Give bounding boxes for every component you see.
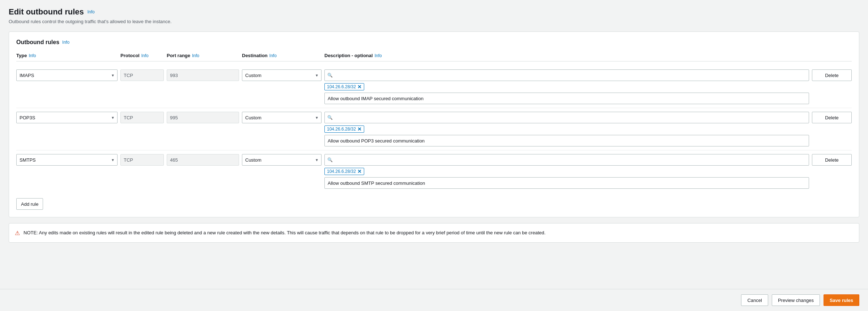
destination-cell-2: Custom ▼ [242,154,322,166]
type-cell-2: SMTPS ▼ [16,154,118,166]
table-header: Type Info Protocol Info Port range Info … [16,53,852,61]
description-input-1[interactable] [324,135,809,146]
search-input-2[interactable] [324,154,809,166]
col-protocol: Protocol Info [120,53,164,58]
protocol-input-2 [120,154,164,166]
search-wrapper-1: 🔍 [324,112,809,123]
cancel-button[interactable]: Cancel [741,294,768,306]
description-input-0[interactable] [324,93,809,104]
destination-select-0[interactable]: Custom [242,69,322,81]
outbound-rules-panel: Outbound rules Info Type Info Protocol I… [9,31,859,217]
page-title-info-link[interactable]: Info [88,9,95,14]
col-action [812,53,852,58]
panel-info-link[interactable]: Info [62,40,69,45]
cidr-tag-1: 104.26.6.28/32 ✕ [324,125,364,133]
description-input-2[interactable] [324,177,809,189]
protocol-input-0 [120,69,164,81]
destination-cell-0: Custom ▼ [242,69,322,81]
search-wrapper-0: 🔍 [324,69,809,81]
type-select-1[interactable]: POP3S [16,112,118,123]
destination-select-wrapper-0: Custom ▼ [242,69,322,81]
cidr-tag-0: 104.26.6.28/32 ✕ [324,83,364,90]
col-port-range: Port range Info [167,53,239,58]
col-type-info[interactable]: Info [29,53,36,58]
preview-changes-button[interactable]: Preview changes [772,294,820,306]
destination-select-wrapper-2: Custom ▼ [242,154,322,166]
port-range-input-2 [167,154,239,166]
destination-select-wrapper-1: Custom ▼ [242,112,322,123]
col-description-info[interactable]: Info [375,53,382,58]
search-wrapper-2: 🔍 [324,154,809,166]
destination-search-col-2: 🔍 104.26.6.28/32 ✕ [324,154,809,189]
page-title-row: Edit outbound rules Info [9,7,859,17]
warning-icon: ⚠ [15,230,20,237]
panel-title-row: Outbound rules Info [16,39,852,46]
rules-container: IMAPS ▼ Custom ▼ 🔍 [16,66,852,192]
cidr-tag-2: 104.26.6.28/32 ✕ [324,168,364,175]
rule-row: POP3S ▼ Custom ▼ 🔍 [16,108,852,150]
rule-row: IMAPS ▼ Custom ▼ 🔍 [16,66,852,108]
save-rules-button[interactable]: Save rules [824,294,859,306]
protocol-input-1 [120,112,164,123]
port-range-input-1 [167,112,239,123]
col-protocol-info[interactable]: Info [141,53,149,58]
destination-cell-1: Custom ▼ [242,112,322,123]
destination-select-row-2: Custom ▼ [242,154,322,166]
cidr-value-1: 104.26.6.28/32 [327,127,356,132]
col-description: Description - optional Info [324,53,809,58]
page-title: Edit outbound rules [9,7,84,17]
col-destination: Destination Info [242,53,322,58]
destination-select-1[interactable]: Custom [242,112,322,123]
search-input-0[interactable] [324,69,809,81]
cidr-remove-1[interactable]: ✕ [357,127,362,132]
cidr-value-0: 104.26.6.28/32 [327,84,356,89]
search-input-1[interactable] [324,112,809,123]
page-wrapper: Edit outbound rules Info Outbound rules … [0,0,868,311]
note-panel: ⚠ NOTE: Any edits made on existing rules… [9,223,859,243]
destination-select-row-1: Custom ▼ [242,112,322,123]
delete-button-0[interactable]: Delete [812,69,852,81]
type-cell-1: POP3S ▼ [16,112,118,123]
type-select-0[interactable]: IMAPS [16,69,118,81]
type-cell-0: IMAPS ▼ [16,69,118,81]
cidr-remove-2[interactable]: ✕ [357,169,362,174]
main-content: Edit outbound rules Info Outbound rules … [0,0,868,289]
add-rule-button[interactable]: Add rule [16,198,43,210]
col-port-info[interactable]: Info [192,53,199,58]
col-destination-info[interactable]: Info [269,53,277,58]
destination-select-row-0: Custom ▼ [242,69,322,81]
type-select-2[interactable]: SMTPS [16,154,118,166]
page-subtitle: Outbound rules control the outgoing traf… [9,19,859,24]
footer: Cancel Preview changes Save rules [0,289,868,311]
cidr-value-2: 104.26.6.28/32 [327,169,356,174]
delete-button-1[interactable]: Delete [812,112,852,123]
destination-search-col-1: 🔍 104.26.6.28/32 ✕ [324,112,809,146]
destination-select-2[interactable]: Custom [242,154,322,166]
port-range-input-0 [167,69,239,81]
destination-search-col-0: 🔍 104.26.6.28/32 ✕ [324,69,809,104]
delete-button-2[interactable]: Delete [812,154,852,166]
panel-title: Outbound rules [16,39,59,46]
rule-row: SMTPS ▼ Custom ▼ 🔍 [16,150,852,192]
cidr-remove-0[interactable]: ✕ [357,84,362,89]
col-type: Type Info [16,53,118,58]
note-text: NOTE: Any edits made on existing rules w… [24,229,545,237]
